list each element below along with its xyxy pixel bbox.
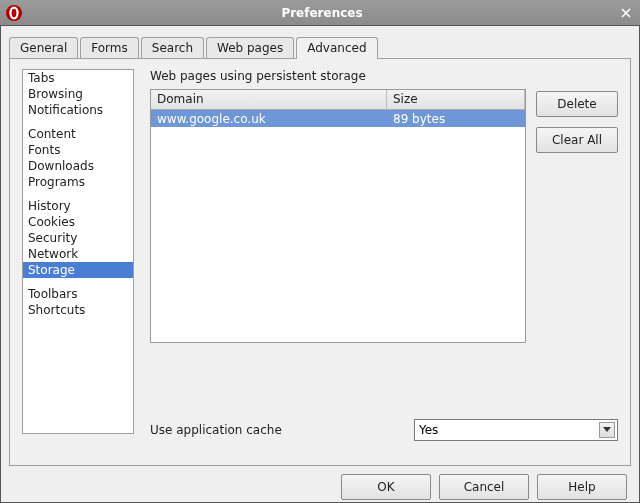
column-size[interactable]: Size	[387, 90, 525, 109]
cell-domain: www.google.co.uk	[151, 111, 387, 127]
sidebar-item-storage[interactable]: Storage	[23, 262, 133, 278]
sidebar-item-history[interactable]: History	[23, 198, 133, 214]
dialog-body: General Forms Search Web pages Advanced …	[0, 26, 640, 503]
sidebar-item-content[interactable]: Content	[23, 126, 133, 142]
table-header: Domain Size	[151, 90, 525, 110]
advanced-sidebar: Tabs Browsing Notifications Content Font…	[22, 69, 134, 434]
titlebar: Preferences	[0, 0, 640, 26]
app-cache-row: Use application cache Yes	[150, 419, 618, 441]
pane-heading: Web pages using persistent storage	[150, 69, 618, 83]
ok-button[interactable]: OK	[341, 474, 431, 500]
sidebar-item-toolbars[interactable]: Toolbars	[23, 286, 133, 302]
cancel-button[interactable]: Cancel	[439, 474, 529, 500]
column-domain[interactable]: Domain	[151, 90, 387, 109]
tabpanel-advanced: Tabs Browsing Notifications Content Font…	[9, 58, 631, 466]
storage-table: Domain Size www.google.co.uk 89 bytes	[150, 89, 526, 343]
cell-size: 89 bytes	[387, 111, 525, 127]
sidebar-item-fonts[interactable]: Fonts	[23, 142, 133, 158]
sidebar-item-security[interactable]: Security	[23, 230, 133, 246]
tab-advanced[interactable]: Advanced	[296, 37, 377, 59]
sidebar-item-network[interactable]: Network	[23, 246, 133, 262]
sidebar-item-notifications[interactable]: Notifications	[23, 102, 133, 118]
dialog-footer: OK Cancel Help	[9, 466, 631, 503]
delete-button[interactable]: Delete	[536, 91, 618, 117]
tab-webpages[interactable]: Web pages	[206, 37, 294, 58]
sidebar-item-shortcuts[interactable]: Shortcuts	[23, 302, 133, 318]
window-title: Preferences	[28, 6, 616, 20]
tab-forms[interactable]: Forms	[80, 37, 138, 58]
clear-all-button[interactable]: Clear All	[536, 127, 618, 153]
sidebar-item-cookies[interactable]: Cookies	[23, 214, 133, 230]
app-cache-value: Yes	[419, 423, 438, 437]
sidebar-item-downloads[interactable]: Downloads	[23, 158, 133, 174]
sidebar-item-programs[interactable]: Programs	[23, 174, 133, 190]
tab-search[interactable]: Search	[141, 37, 204, 58]
storage-pane: Web pages using persistent storage Domai…	[150, 69, 618, 455]
tab-general[interactable]: General	[9, 37, 78, 58]
chevron-down-icon	[599, 422, 615, 438]
help-button[interactable]: Help	[537, 474, 627, 500]
table-row[interactable]: www.google.co.uk 89 bytes	[151, 110, 525, 127]
app-cache-label: Use application cache	[150, 423, 414, 437]
svg-point-0	[10, 7, 17, 18]
close-icon[interactable]	[616, 3, 636, 23]
sidebar-item-browsing[interactable]: Browsing	[23, 86, 133, 102]
tabstrip: General Forms Search Web pages Advanced	[9, 34, 631, 58]
app-cache-select[interactable]: Yes	[414, 419, 618, 441]
action-buttons: Delete Clear All	[536, 91, 618, 153]
sidebar-item-tabs[interactable]: Tabs	[23, 70, 133, 86]
table-body: www.google.co.uk 89 bytes	[151, 110, 525, 342]
opera-icon	[6, 5, 22, 21]
